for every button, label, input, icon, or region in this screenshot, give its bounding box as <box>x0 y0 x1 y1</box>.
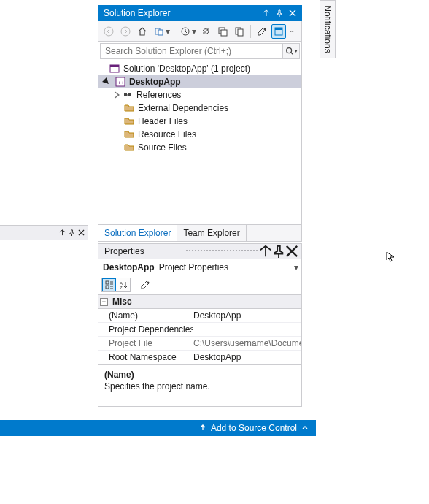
tree-solution-node[interactable]: Solution 'DesktopApp' (1 project) <box>98 62 301 75</box>
svg-rect-11 <box>275 28 282 30</box>
svg-rect-6 <box>221 30 227 36</box>
tree-header-files-node[interactable]: Header Files <box>98 115 301 128</box>
close-icon[interactable] <box>78 228 85 238</box>
categorized-icon[interactable] <box>102 278 116 291</box>
pin-icon[interactable] <box>273 7 286 20</box>
tab-solution-explorer[interactable]: Solution Explorer <box>98 225 177 241</box>
expander-open-icon[interactable] <box>101 77 112 87</box>
properties-title: Properties <box>104 246 178 256</box>
svg-point-12 <box>286 48 291 53</box>
categorized-alphabetical-toggle[interactable]: AZ <box>101 278 131 292</box>
mouse-cursor <box>386 251 398 263</box>
property-row-dependencies[interactable]: Project Dependencies <box>98 323 301 337</box>
properties-grid: − Misc (Name) DesktopApp Project Depende… <box>98 294 302 364</box>
properties-toolbar: AZ <box>98 275 302 294</box>
chevron-up-icon[interactable] <box>301 423 309 433</box>
svg-point-0 <box>104 27 113 36</box>
window-menu-icon[interactable] <box>59 228 66 238</box>
property-pages-icon[interactable] <box>137 278 153 292</box>
svg-rect-20 <box>106 286 109 289</box>
tree-references-node[interactable]: References <box>98 88 301 102</box>
properties-icon[interactable] <box>255 24 269 39</box>
add-to-source-control-button[interactable]: Add to Source Control <box>211 423 297 433</box>
close-icon[interactable] <box>286 7 299 20</box>
grip <box>185 249 259 253</box>
folder-icon <box>123 102 135 114</box>
solution-explorer-toolbar: ▾ ▾ •• <box>98 21 302 42</box>
home-icon[interactable] <box>135 24 150 39</box>
context-name: DesktopApp <box>103 262 159 272</box>
solution-explorer-title: Solution Explorer <box>104 8 260 18</box>
references-icon <box>122 89 134 101</box>
tool-window-tabs: Solution Explorer Team Explorer <box>98 224 302 242</box>
search-input[interactable] <box>100 43 282 59</box>
search-button[interactable]: ▾ <box>282 43 300 59</box>
collapse-all-icon[interactable] <box>215 24 230 39</box>
notifications-side-tab[interactable]: Notifications <box>320 0 336 58</box>
svg-point-1 <box>121 27 130 36</box>
properties-description: (Name) Specifies the project name. <box>98 364 302 407</box>
preview-selected-icon[interactable] <box>271 24 286 39</box>
property-row-root-namespace[interactable]: Root Namespace DesktopApp <box>98 351 301 364</box>
collapse-icon[interactable]: − <box>100 298 108 306</box>
property-category-misc[interactable]: − Misc <box>98 294 301 309</box>
dropdown-icon[interactable]: ▾ <box>166 26 170 37</box>
description-body: Specifies the project name. <box>104 380 295 392</box>
switch-views-icon[interactable] <box>152 24 166 39</box>
pin-icon[interactable] <box>69 228 75 238</box>
window-menu-icon[interactable] <box>259 245 272 258</box>
folder-icon <box>123 129 135 140</box>
property-row-name[interactable]: (Name) DesktopApp <box>98 309 301 323</box>
window-menu-icon[interactable] <box>260 7 273 20</box>
solution-explorer-search: ▾ <box>98 42 302 61</box>
alphabetical-icon[interactable]: AZ <box>116 278 130 291</box>
solution-explorer-titlebar: Solution Explorer <box>98 5 302 21</box>
svg-rect-8 <box>238 29 243 36</box>
pending-changes-icon[interactable] <box>178 24 193 39</box>
toolbar-overflow-icon[interactable]: •• <box>288 28 294 34</box>
tree-external-deps-node[interactable]: External Dependencies <box>98 102 301 115</box>
description-title: (Name) <box>104 370 295 380</box>
separator <box>134 278 134 291</box>
svg-rect-19 <box>106 281 109 284</box>
tree-project-node[interactable]: ++ DesktopApp <box>98 75 301 88</box>
chevron-down-icon: ▾ <box>294 262 298 272</box>
forward-icon[interactable] <box>118 24 133 39</box>
dropdown-icon[interactable]: ▾ <box>192 26 196 37</box>
svg-rect-17 <box>124 93 127 96</box>
svg-point-9 <box>264 28 266 30</box>
solution-explorer-tree[interactable]: Solution 'DesktopApp' (1 project) ++ Des… <box>98 61 302 224</box>
tree-resource-files-node[interactable]: Resource Files <box>98 128 301 141</box>
pin-icon[interactable] <box>272 245 285 258</box>
separator <box>174 25 174 38</box>
svg-rect-14 <box>110 65 119 67</box>
separator <box>250 25 251 38</box>
close-icon[interactable] <box>285 245 298 258</box>
svg-text:++: ++ <box>117 80 125 86</box>
status-bar: Add to Source Control <box>0 420 316 436</box>
solution-icon <box>109 63 120 75</box>
svg-point-23 <box>147 282 150 284</box>
collapsed-panel-titlebar <box>0 225 88 240</box>
publish-icon <box>199 423 206 433</box>
svg-rect-18 <box>128 93 131 96</box>
tab-team-explorer[interactable]: Team Explorer <box>177 225 246 241</box>
properties-context-selector[interactable]: DesktopApp Project Properties ▾ <box>98 259 302 275</box>
svg-text:Z: Z <box>120 286 123 289</box>
sync-icon[interactable] <box>198 24 213 39</box>
show-all-files-icon[interactable] <box>232 24 247 39</box>
notifications-label: Notifications <box>322 5 333 53</box>
properties-titlebar: Properties <box>98 243 302 259</box>
folder-icon <box>123 142 135 153</box>
cpp-project-icon: ++ <box>115 76 126 88</box>
context-type: Project Properties <box>159 262 294 272</box>
expander-closed-icon[interactable] <box>112 90 122 100</box>
folder-icon <box>123 115 135 127</box>
property-row-project-file[interactable]: Project File C:\Users\username\Documents… <box>98 337 301 351</box>
tree-source-files-node[interactable]: Source Files <box>98 141 301 154</box>
back-icon[interactable] <box>101 24 116 39</box>
svg-rect-3 <box>158 30 163 35</box>
